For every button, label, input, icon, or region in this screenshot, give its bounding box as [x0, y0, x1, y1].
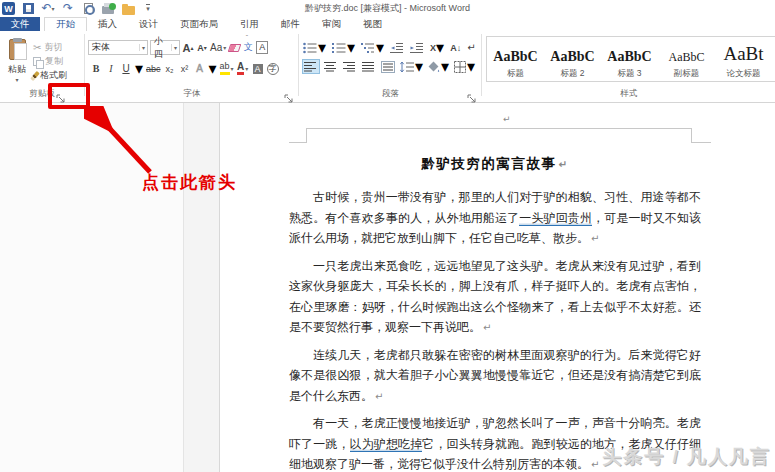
text-effects-button[interactable]: A — [194, 61, 206, 76]
highlight-dropdown-icon: ▾ — [231, 65, 234, 72]
justify-button[interactable] — [361, 59, 377, 74]
paste-button[interactable]: 粘贴 ▾ — [4, 39, 30, 91]
multilevel-list-button[interactable]: ▾ — [360, 40, 385, 55]
hyperlink[interactable]: 一头驴回贵州 — [519, 211, 592, 226]
font-size-combobox[interactable]: 小四 ▾ — [150, 40, 180, 55]
format-painter-button[interactable]: 格式刷 — [33, 69, 67, 82]
document-body[interactable]: 古时候，贵州一带没有驴，那里的人们对于驴的相貌、习性、用途等都不熟悉。有个喜欢多… — [289, 187, 701, 472]
font-color-icon: A — [237, 62, 244, 75]
title-bar: W ↶▾ ↷ ▾ 黔驴技穷.doc [兼容模式] - Microsoft Wor… — [0, 0, 775, 17]
show-hide-marks-button[interactable]: ↵ — [466, 40, 476, 55]
change-case-dropdown-icon: ▾ — [223, 44, 226, 51]
style-item-subtitle[interactable]: AaBbC副标题 — [658, 37, 715, 81]
watermark: 头条号 / 凡人凡言 — [602, 444, 771, 470]
sort-icon: A↓ — [450, 43, 461, 53]
character-shading-button[interactable]: A — [252, 61, 264, 76]
font-name-dropdown-icon[interactable]: ▾ — [139, 44, 147, 51]
tab-file[interactable]: 文件 — [0, 17, 40, 31]
tab-view[interactable]: 视图 — [352, 17, 393, 31]
distributed-button[interactable] — [380, 59, 396, 74]
bold-button[interactable]: B — [90, 61, 102, 76]
scissors-icon: ✂ — [33, 42, 41, 53]
superscript-button[interactable]: x² — [179, 61, 191, 76]
word-window: W ↶▾ ↷ ▾ 黔驴技穷.doc [兼容模式] - Microsoft Wor… — [0, 0, 775, 472]
styles-group-label: 样式 — [483, 88, 775, 100]
document-title: 黔驴技穷的寓言故事↵ — [289, 155, 701, 173]
right-corner-mark — [691, 128, 692, 143]
strikethrough-button[interactable]: abc — [146, 61, 161, 76]
style-item-heading2[interactable]: AaBbC标题 2 — [544, 37, 601, 81]
style-label: 标题 3 — [601, 68, 658, 80]
paragraph-dialog-launcher[interactable] — [467, 90, 477, 100]
underline-button[interactable]: U — [120, 61, 132, 76]
left-corner-mark — [289, 142, 307, 143]
copy-icon — [33, 57, 42, 67]
borders-dropdown-icon: ▾ — [467, 57, 475, 76]
enclose-characters-button[interactable]: 字 — [267, 61, 279, 76]
style-item-paper-title[interactable]: AaBt论文标题 — [715, 37, 772, 81]
clear-formatting-button[interactable] — [228, 40, 240, 55]
left-corner-mark — [306, 128, 307, 143]
shrink-font-button[interactable]: A▾ — [196, 40, 208, 55]
subscript-button[interactable]: x₂ — [164, 61, 176, 76]
bullets-button[interactable]: ▾ — [302, 40, 327, 55]
decrease-indent-button[interactable] — [389, 40, 405, 55]
tab-references[interactable]: 引用 — [229, 17, 270, 31]
character-border-icon: A — [256, 41, 268, 54]
tab-page-layout[interactable]: 页面布局 — [169, 17, 229, 31]
tab-mailings[interactable]: 邮件 — [270, 17, 311, 31]
font-color-button[interactable]: A▾ — [237, 61, 249, 76]
paste-dropdown-icon[interactable]: ▾ — [4, 76, 30, 83]
paragraph-mark: ↵ — [591, 233, 599, 244]
grow-mark-icon: ▴ — [190, 44, 193, 51]
font-name-value: 宋体 — [89, 41, 139, 54]
font-name-combobox[interactable]: 宋体 ▾ — [88, 40, 148, 55]
document-page[interactable]: ↵ 黔驴技穷的寓言故事↵ 古时候，贵州一带没有驴，那里的人们对于驴的相貌、习性、… — [219, 103, 775, 472]
paragraph-mark-icon: ↵ — [467, 42, 475, 53]
clipboard-paste-icon — [9, 39, 26, 60]
cut-button[interactable]: ✂ 剪切 — [33, 41, 62, 54]
highlight-button[interactable]: ab▾ — [220, 61, 234, 76]
copy-button[interactable]: 复制 — [33, 55, 63, 68]
change-case-button[interactable]: Aa▾ — [210, 40, 226, 55]
align-right-button[interactable] — [342, 59, 358, 74]
borders-button[interactable]: ▾ — [453, 59, 476, 74]
align-left-button[interactable] — [302, 59, 320, 74]
styles-gallery: AaBbC标题 AaBbC标题 2 AaBbC标题 3 AaBbC副标题 AaB… — [486, 36, 775, 82]
character-border-button[interactable]: A — [256, 40, 268, 55]
style-sample: AaBt — [715, 41, 772, 65]
tab-insert[interactable]: 插入 — [87, 17, 128, 31]
highlight-icon: ab — [220, 62, 230, 75]
group-paragraph: ▾ ▾ ▾ X▾ A↓ ↵ ▾ ▾ ▾ 段落 — [300, 31, 481, 102]
tab-review[interactable]: 审阅 — [311, 17, 352, 31]
tab-home[interactable]: 开始 — [44, 17, 87, 31]
line-spacing-button[interactable]: ▾ — [399, 59, 424, 74]
tab-design[interactable]: 设计 — [128, 17, 169, 31]
paragraph-mark: ↵ — [483, 322, 491, 333]
text-effects-dropdown-icon[interactable]: ▾ — [209, 59, 217, 78]
style-item-title[interactable]: AaBbC标题 — [487, 37, 544, 81]
grow-font-button[interactable]: A▴ — [182, 40, 194, 55]
font-dialog-launcher[interactable] — [284, 90, 294, 100]
sort-button[interactable]: A↓ — [449, 40, 462, 55]
italic-button[interactable]: I — [105, 61, 117, 76]
phonetic-guide-button[interactable]: 文 — [242, 40, 254, 55]
right-corner-mark — [691, 142, 711, 143]
group-styles: AaBbC标题 AaBbC标题 2 AaBbC标题 3 AaBbC副标题 AaB… — [483, 31, 775, 102]
asian-layout-button[interactable]: X▾ — [429, 40, 445, 55]
left-margin-strip — [183, 103, 219, 472]
numbering-button[interactable]: ▾ — [331, 40, 356, 55]
shading-dropdown-icon: ▾ — [441, 57, 449, 76]
eraser-icon — [227, 44, 241, 52]
increase-indent-button[interactable] — [409, 40, 425, 55]
window-title: 黔驴技穷.doc [兼容模式] - Microsoft Word — [0, 2, 775, 15]
align-center-button[interactable] — [323, 59, 339, 74]
style-item-heading3[interactable]: AaBbC标题 3 — [601, 37, 658, 81]
shading-button[interactable]: ▾ — [427, 59, 450, 74]
hyperlink[interactable]: 以为驴想吃掉 — [350, 437, 423, 452]
group-font: 宋体 ▾ 小四 ▾ A▴ A▾ Aa▾ 文 A B I U ▾ abc — [86, 31, 298, 102]
format-painter-label: 格式刷 — [40, 69, 67, 82]
format-painter-icon — [30, 70, 39, 80]
font-size-dropdown-icon[interactable]: ▾ — [171, 44, 179, 51]
underline-dropdown-icon[interactable]: ▾ — [135, 59, 143, 78]
